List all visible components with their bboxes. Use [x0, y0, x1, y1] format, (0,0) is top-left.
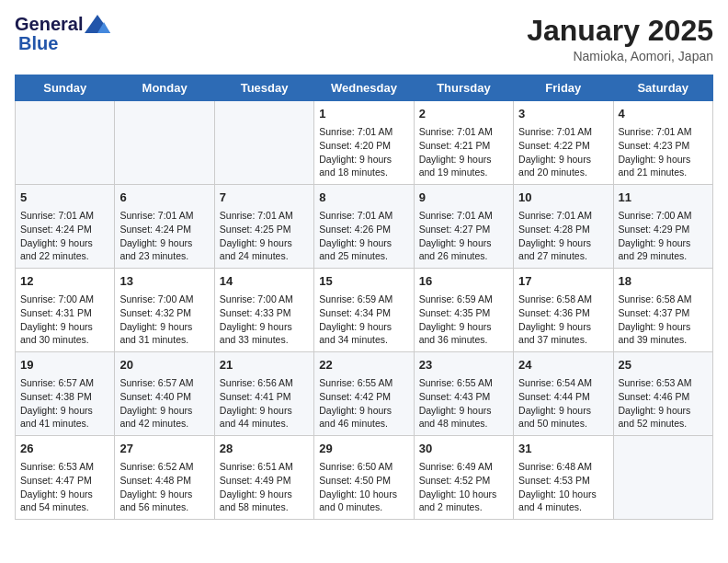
- day-number: 7: [220, 190, 309, 206]
- daylight-text: Daylight: 9 hours and 29 minutes.: [619, 236, 708, 263]
- sunset-text: Sunset: 4:29 PM: [619, 223, 708, 236]
- sunrise-text: Sunrise: 6:55 AM: [419, 376, 508, 390]
- sunrise-text: Sunrise: 7:00 AM: [20, 293, 109, 306]
- daylight-text: Daylight: 10 hours and 2 minutes.: [419, 488, 508, 514]
- calendar-cell: 4Sunrise: 7:01 AMSunset: 4:23 PMDaylight…: [613, 101, 712, 185]
- day-number: 2: [419, 106, 508, 122]
- sunrise-text: Sunrise: 7:01 AM: [619, 125, 708, 139]
- weekday-header: Wednesday: [314, 75, 414, 101]
- weekday-header: Saturday: [613, 75, 712, 101]
- day-number: 28: [220, 441, 309, 457]
- calendar-cell: 1Sunrise: 7:01 AMSunset: 4:20 PMDaylight…: [314, 101, 414, 185]
- sunrise-text: Sunrise: 6:58 AM: [619, 293, 708, 306]
- day-number: 18: [619, 273, 708, 290]
- calendar-cell: 6Sunrise: 7:01 AMSunset: 4:24 PMDaylight…: [115, 185, 214, 269]
- calendar-cell: 20Sunrise: 6:57 AMSunset: 4:40 PMDayligh…: [115, 352, 214, 436]
- calendar-cell: 25Sunrise: 6:53 AMSunset: 4:46 PMDayligh…: [613, 352, 712, 436]
- day-number: 4: [619, 106, 708, 122]
- calendar-cell: 7Sunrise: 7:01 AMSunset: 4:25 PMDaylight…: [214, 185, 313, 269]
- calendar-cell: 3Sunrise: 7:01 AMSunset: 4:22 PMDaylight…: [514, 101, 613, 185]
- sunrise-text: Sunrise: 6:59 AM: [319, 293, 408, 306]
- sunrise-text: Sunrise: 7:01 AM: [319, 125, 408, 139]
- daylight-text: Daylight: 10 hours and 4 minutes.: [518, 488, 608, 514]
- sunrise-text: Sunrise: 6:58 AM: [518, 293, 608, 306]
- calendar-table: SundayMondayTuesdayWednesdayThursdayFrid…: [15, 75, 713, 520]
- daylight-text: Daylight: 9 hours and 56 minutes.: [119, 488, 209, 514]
- daylight-text: Daylight: 9 hours and 26 minutes.: [419, 236, 508, 263]
- daylight-text: Daylight: 9 hours and 46 minutes.: [319, 404, 408, 431]
- weekday-header: Monday: [115, 75, 214, 101]
- calendar-cell: 19Sunrise: 6:57 AMSunset: 4:38 PMDayligh…: [16, 352, 115, 436]
- calendar-cell: 21Sunrise: 6:56 AMSunset: 4:41 PMDayligh…: [214, 352, 313, 436]
- sunset-text: Sunset: 4:26 PM: [319, 223, 408, 236]
- daylight-text: Daylight: 9 hours and 33 minutes.: [220, 320, 309, 347]
- day-number: 5: [20, 190, 109, 206]
- daylight-text: Daylight: 9 hours and 48 minutes.: [419, 404, 508, 431]
- daylight-text: Daylight: 9 hours and 39 minutes.: [619, 320, 708, 347]
- day-number: 16: [419, 273, 508, 290]
- sunrise-text: Sunrise: 7:01 AM: [518, 125, 608, 139]
- weekday-header: Friday: [514, 75, 613, 101]
- sunrise-text: Sunrise: 6:59 AM: [419, 293, 508, 306]
- day-number: 1: [319, 106, 408, 122]
- calendar-week-row: 26Sunrise: 6:53 AMSunset: 4:47 PMDayligh…: [16, 435, 713, 519]
- sunset-text: Sunset: 4:27 PM: [419, 223, 508, 236]
- sunrise-text: Sunrise: 6:53 AM: [20, 460, 109, 474]
- calendar-cell: 24Sunrise: 6:54 AMSunset: 4:44 PMDayligh…: [514, 352, 613, 436]
- sunset-text: Sunset: 4:36 PM: [518, 306, 608, 320]
- daylight-text: Daylight: 9 hours and 50 minutes.: [518, 404, 608, 431]
- daylight-text: Daylight: 9 hours and 20 minutes.: [518, 153, 608, 179]
- day-number: 25: [619, 357, 708, 373]
- weekday-header: Tuesday: [214, 75, 313, 101]
- sunset-text: Sunset: 4:40 PM: [119, 390, 209, 404]
- sunrise-text: Sunrise: 6:54 AM: [518, 376, 608, 390]
- daylight-text: Daylight: 9 hours and 42 minutes.: [119, 404, 209, 431]
- month-title: January 2025: [527, 15, 713, 47]
- calendar-cell: 15Sunrise: 6:59 AMSunset: 4:34 PMDayligh…: [314, 269, 414, 352]
- sunrise-text: Sunrise: 6:57 AM: [119, 376, 209, 390]
- daylight-text: Daylight: 9 hours and 41 minutes.: [20, 404, 109, 431]
- daylight-text: Daylight: 9 hours and 37 minutes.: [518, 320, 608, 347]
- day-number: 29: [319, 441, 408, 457]
- sunrise-text: Sunrise: 6:55 AM: [319, 376, 408, 390]
- sunset-text: Sunset: 4:23 PM: [619, 139, 708, 153]
- sunrise-text: Sunrise: 6:51 AM: [220, 460, 309, 474]
- sunset-text: Sunset: 4:50 PM: [319, 474, 408, 488]
- sunrise-text: Sunrise: 6:50 AM: [319, 460, 408, 474]
- day-number: 10: [518, 190, 608, 206]
- calendar-cell: 9Sunrise: 7:01 AMSunset: 4:27 PMDaylight…: [414, 185, 513, 269]
- sunrise-text: Sunrise: 6:56 AM: [220, 376, 309, 390]
- sunrise-text: Sunrise: 6:52 AM: [119, 460, 209, 474]
- daylight-text: Daylight: 9 hours and 21 minutes.: [619, 153, 708, 179]
- sunrise-text: Sunrise: 7:00 AM: [619, 209, 708, 223]
- sunset-text: Sunset: 4:52 PM: [419, 474, 508, 488]
- day-number: 19: [20, 357, 109, 373]
- calendar-cell: 13Sunrise: 7:00 AMSunset: 4:32 PMDayligh…: [115, 269, 214, 352]
- sunset-text: Sunset: 4:53 PM: [518, 474, 608, 488]
- day-number: 26: [20, 441, 109, 457]
- calendar-cell: 30Sunrise: 6:49 AMSunset: 4:52 PMDayligh…: [414, 435, 513, 519]
- daylight-text: Daylight: 9 hours and 30 minutes.: [20, 320, 109, 347]
- calendar-cell: [214, 101, 313, 185]
- sunset-text: Sunset: 4:47 PM: [20, 474, 109, 488]
- day-number: 27: [119, 441, 209, 457]
- day-number: 9: [419, 190, 508, 206]
- sunset-text: Sunset: 4:48 PM: [119, 474, 209, 488]
- day-number: 8: [319, 190, 408, 206]
- daylight-text: Daylight: 9 hours and 58 minutes.: [220, 488, 309, 514]
- day-number: 21: [220, 357, 309, 373]
- daylight-text: Daylight: 9 hours and 44 minutes.: [220, 404, 309, 431]
- calendar-cell: 31Sunrise: 6:48 AMSunset: 4:53 PMDayligh…: [514, 435, 613, 519]
- day-number: 31: [518, 441, 608, 457]
- calendar-week-row: 12Sunrise: 7:00 AMSunset: 4:31 PMDayligh…: [16, 269, 713, 352]
- day-number: 24: [518, 357, 608, 373]
- sunset-text: Sunset: 4:38 PM: [20, 390, 109, 404]
- calendar-cell: 23Sunrise: 6:55 AMSunset: 4:43 PMDayligh…: [414, 352, 513, 436]
- sunset-text: Sunset: 4:43 PM: [419, 390, 508, 404]
- daylight-text: Daylight: 9 hours and 23 minutes.: [119, 236, 209, 263]
- calendar-cell: 2Sunrise: 7:01 AMSunset: 4:21 PMDaylight…: [414, 101, 513, 185]
- calendar-cell: 27Sunrise: 6:52 AMSunset: 4:48 PMDayligh…: [115, 435, 214, 519]
- day-number: 6: [119, 190, 209, 206]
- day-number: 23: [419, 357, 508, 373]
- sunset-text: Sunset: 4:33 PM: [220, 306, 309, 320]
